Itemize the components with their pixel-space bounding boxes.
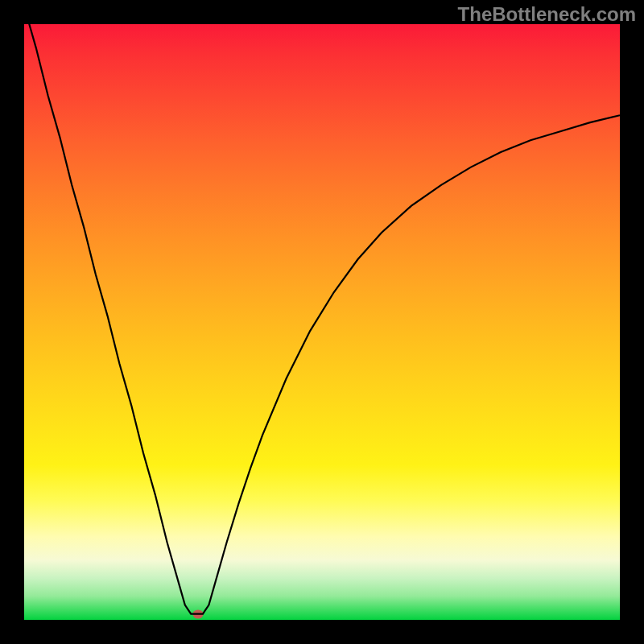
watermark-text: TheBottleneck.com xyxy=(458,3,636,26)
curve-svg xyxy=(24,24,620,620)
bottleneck-curve-path xyxy=(24,24,620,614)
chart-container: TheBottleneck.com xyxy=(0,0,644,644)
plot-area xyxy=(24,24,620,620)
